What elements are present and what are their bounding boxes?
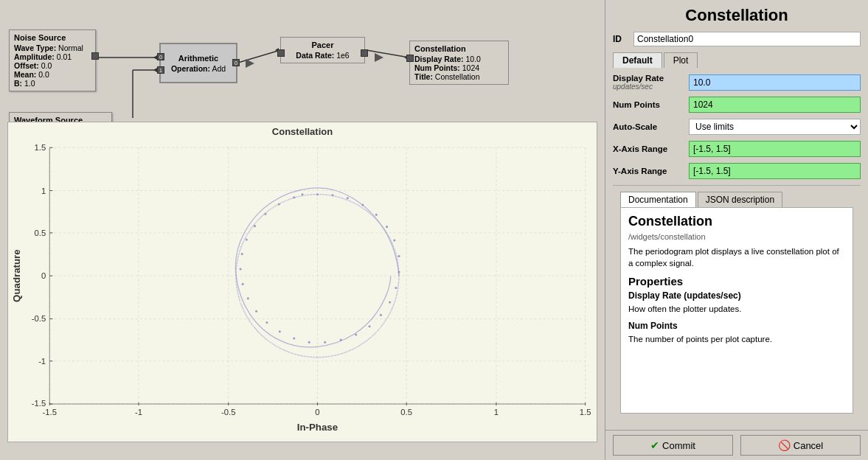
cancel-label: Cancel <box>794 440 823 451</box>
bottom-buttons: ✔ Commit 🚫 Cancel <box>605 430 868 460</box>
prop-row-num-points: Num Points <box>613 97 861 113</box>
prop-row-y-axis: Y-Axis Range <box>613 163 861 179</box>
prop-row-auto-scale: Auto-Scale Use limits <box>613 119 861 135</box>
svg-text:-1.5: -1.5 <box>32 399 46 408</box>
svg-point-60 <box>301 193 303 195</box>
id-input[interactable] <box>633 32 861 46</box>
right-panel: Constellation ID Default Plot Display Ra… <box>605 0 868 460</box>
svg-point-31 <box>331 194 333 196</box>
svg-point-32 <box>347 197 349 199</box>
svg-point-56 <box>254 225 256 227</box>
noise-source-offset: Offset: 0.0 <box>14 61 91 70</box>
left-panel: Noise Source Wave Type: Normal Amplitude… <box>0 0 605 460</box>
svg-point-46 <box>308 341 310 344</box>
svg-line-4 <box>238 50 280 63</box>
svg-text:-1: -1 <box>38 357 46 366</box>
arithmetic-block[interactable]: Arithmetic Operation: Add 0 1 0 <box>159 43 237 83</box>
constellation-block-num-points: Num Points: 1024 <box>414 63 504 72</box>
arrow1 <box>246 59 254 68</box>
divider <box>613 185 861 186</box>
doc-display-rate-desc: How often the plotter updates. <box>628 303 845 315</box>
svg-point-59 <box>293 196 295 198</box>
svg-point-36 <box>393 240 395 242</box>
prop-label-auto-scale: Auto-Scale <box>613 122 683 131</box>
svg-text:1.5: 1.5 <box>580 408 591 417</box>
pacer-block[interactable]: Pacer Data Rate: 1e6 <box>280 37 365 63</box>
doc-path: /widgets/constellation <box>628 232 845 241</box>
cancel-icon: 🚫 <box>778 439 791 451</box>
svg-point-51 <box>247 297 249 299</box>
commit-button[interactable]: ✔ Commit <box>613 435 733 456</box>
tab-default[interactable]: Default <box>613 52 662 68</box>
plot-title: Constellation <box>8 122 597 139</box>
noise-source-output-port[interactable] <box>91 52 99 60</box>
prop-label-num-points: Num Points <box>613 100 683 109</box>
x-axis-range-input[interactable] <box>689 141 861 157</box>
svg-point-49 <box>265 321 268 324</box>
id-label: ID <box>613 34 628 44</box>
svg-point-30 <box>316 193 319 195</box>
arithmetic-input1-port[interactable]: 1 <box>157 66 164 74</box>
svg-point-40 <box>389 301 391 303</box>
noise-source-block[interactable]: Noise Source Wave Type: Normal Amplitude… <box>9 29 96 91</box>
svg-point-52 <box>242 283 244 285</box>
svg-point-43 <box>355 333 357 335</box>
doc-num-points-title: Num Points <box>628 321 845 331</box>
doc-tabs: Documentation JSON description <box>613 189 861 207</box>
noise-source-b: B: 1.0 <box>14 79 91 88</box>
arithmetic-input0-port[interactable]: 0 <box>157 53 164 60</box>
svg-point-38 <box>397 271 400 273</box>
prop-label-display-rate: Display Rate updates/sec <box>613 74 683 91</box>
doc-tab-json[interactable]: JSON description <box>698 192 782 207</box>
svg-point-33 <box>361 203 364 206</box>
svg-text:-1: -1 <box>135 408 142 417</box>
svg-marker-11 <box>375 53 383 62</box>
doc-tab-documentation[interactable]: Documentation <box>620 192 696 207</box>
pacer-title: Pacer <box>287 41 358 49</box>
y-axis-range-input[interactable] <box>689 163 861 179</box>
svg-text:0: 0 <box>315 408 319 417</box>
svg-point-53 <box>240 268 242 270</box>
pacer-input-port[interactable] <box>277 49 285 57</box>
svg-point-39 <box>395 287 397 289</box>
prop-row-display-rate: Display Rate updates/sec <box>613 74 861 91</box>
arithmetic-output-port[interactable]: 0 <box>232 59 240 66</box>
svg-point-34 <box>375 214 378 216</box>
constellation-block-title: Constellation <box>414 44 504 53</box>
svg-text:1: 1 <box>494 408 499 417</box>
display-rate-input[interactable] <box>689 74 861 91</box>
arithmetic-title: Arithmetic <box>178 54 218 63</box>
plot-svg: // This won't execute in SVG, so we'll m… <box>8 139 597 436</box>
svg-point-42 <box>369 325 371 327</box>
cancel-button[interactable]: 🚫 Cancel <box>740 435 861 456</box>
commit-label: Commit <box>662 440 695 451</box>
doc-num-points-desc: The number of points per plot capture. <box>628 333 845 345</box>
svg-point-48 <box>279 330 281 332</box>
svg-text:0.5: 0.5 <box>400 408 412 417</box>
svg-text:-1.5: -1.5 <box>43 408 57 417</box>
tab-plot[interactable]: Plot <box>664 52 698 68</box>
svg-text:1.5: 1.5 <box>35 143 46 152</box>
svg-text:-0.5: -0.5 <box>221 408 235 417</box>
arrow2 <box>375 53 383 62</box>
arithmetic-operation: Operation: Add <box>171 64 226 73</box>
id-row: ID <box>605 29 868 49</box>
auto-scale-select[interactable]: Use limits <box>689 119 861 135</box>
flow-diagram: Noise Source Wave Type: Normal Amplitude… <box>0 0 605 118</box>
svg-marker-10 <box>246 59 254 68</box>
svg-point-37 <box>397 255 400 257</box>
doc-display-rate-title: Display Rate (updates/sec) <box>628 290 845 301</box>
y-axis-label: Quadrature <box>11 249 22 302</box>
noise-source-title: Noise Source <box>14 33 91 42</box>
constellation-input-port[interactable] <box>406 55 414 62</box>
doc-description: The periodogram plot displays a live con… <box>628 245 845 269</box>
right-panel-title: Constellation <box>605 0 868 29</box>
constellation-block[interactable]: Constellation Display Rate: 10.0 Num Poi… <box>409 41 509 85</box>
svg-point-41 <box>380 314 382 316</box>
prop-label-x-axis: X-Axis Range <box>613 144 683 153</box>
svg-point-58 <box>278 203 280 205</box>
svg-point-54 <box>241 253 243 255</box>
svg-text:1: 1 <box>41 187 46 195</box>
pacer-output-port[interactable] <box>361 49 368 57</box>
num-points-input[interactable] <box>689 97 861 113</box>
